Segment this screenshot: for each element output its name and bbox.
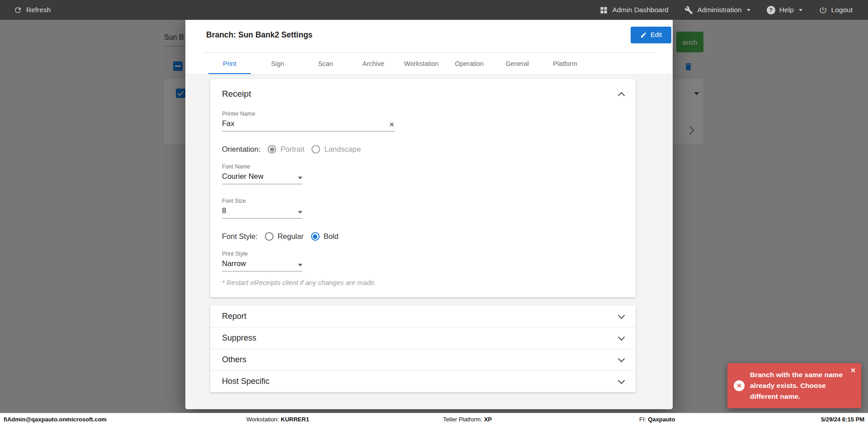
refresh-label: Refresh xyxy=(26,6,51,14)
section-report-title: Report xyxy=(222,312,246,321)
tab-workstation[interactable]: Workstation xyxy=(397,53,445,74)
dropdown-caret-icon xyxy=(298,264,302,266)
help-menu[interactable]: ? Help xyxy=(767,6,802,14)
refresh-button[interactable]: Refresh xyxy=(14,6,51,14)
admin-dashboard-button[interactable]: Admin Dashboard xyxy=(599,6,668,14)
logout-button[interactable]: Logout xyxy=(819,6,853,14)
font-style-regular-option[interactable]: Regular xyxy=(265,232,304,241)
clear-icon[interactable]: ✕ xyxy=(389,121,395,128)
toast-message: Branch with the same name already exists… xyxy=(750,369,848,402)
font-size-select[interactable]: 8 xyxy=(222,206,302,219)
teller-platform-label: Teller Platform: xyxy=(443,416,482,423)
chevron-down-icon xyxy=(618,355,625,363)
edit-button-label: Edit xyxy=(651,31,662,38)
radio-selected-icon xyxy=(268,145,276,154)
print-style-field-group: Print Style Narrow xyxy=(222,251,624,271)
error-icon: ✕ xyxy=(734,380,745,391)
fi-value: Qaxpauto xyxy=(648,416,675,423)
font-size-value: 8 xyxy=(222,206,226,215)
font-style-label: Font Style: xyxy=(222,232,258,241)
status-datetime: 5/29/24 6:15 PM xyxy=(821,416,864,423)
administration-menu[interactable]: Administration xyxy=(684,6,750,14)
radio-selected-icon xyxy=(311,232,320,241)
section-others[interactable]: Others xyxy=(210,349,636,370)
admin-dashboard-label: Admin Dashboard xyxy=(612,6,668,14)
dropdown-caret-icon xyxy=(298,177,302,179)
font-name-select[interactable]: Courier New xyxy=(222,172,302,184)
status-bar: fiAdmin@qaxpauto.onmicrosoft.com Worksta… xyxy=(0,413,868,425)
chevron-down-icon xyxy=(747,9,750,11)
tab-sign[interactable]: Sign xyxy=(254,53,302,74)
orientation-landscape-label: Landscape xyxy=(324,145,361,154)
status-teller-platform: Teller Platform:XP xyxy=(443,416,492,423)
status-fi: FI:Qaxpauto xyxy=(639,416,675,423)
font-name-label: Font Name xyxy=(222,163,624,170)
workstation-label: Workstation: xyxy=(246,416,279,423)
chevron-up-icon xyxy=(618,92,625,99)
radio-unselected-icon xyxy=(311,145,320,154)
pencil-icon xyxy=(640,32,647,38)
settings-tabs: Print Sign Scan Archive Workstation Oper… xyxy=(185,53,673,75)
chevron-down-icon xyxy=(618,334,625,341)
error-toast: ✕ Branch with the same name already exis… xyxy=(727,363,861,408)
chevron-down-icon xyxy=(618,377,625,384)
edit-button[interactable]: Edit xyxy=(631,27,671,43)
refresh-icon xyxy=(14,6,22,14)
help-icon: ? xyxy=(767,6,775,14)
dropdown-caret-icon xyxy=(298,211,302,214)
orientation-landscape-option: Landscape xyxy=(311,145,361,154)
branch-settings-modal: Branch: Sun Bank2 Settings Edit Print Si… xyxy=(185,17,673,409)
workstation-value: KURRER1 xyxy=(281,416,309,423)
help-label: Help xyxy=(779,6,794,14)
receipt-panel: Receipt Printer Name Fax ✕ Orientation: xyxy=(210,79,636,297)
section-suppress[interactable]: Suppress xyxy=(210,327,636,349)
screen: Refresh Admin Dashboard Administration ? xyxy=(0,0,868,425)
fi-label: FI: xyxy=(639,416,646,423)
status-user: fiAdmin@qaxpauto.onmicrosoft.com xyxy=(4,416,107,423)
topbar-left: Refresh xyxy=(14,6,51,14)
section-host-specific[interactable]: Host Specific xyxy=(210,370,636,392)
tab-archive[interactable]: Archive xyxy=(349,53,397,74)
section-others-title: Others xyxy=(222,355,246,364)
tab-print[interactable]: Print xyxy=(206,53,254,74)
receipt-panel-title: Receipt xyxy=(222,89,251,99)
tab-platform[interactable]: Platform xyxy=(541,53,589,74)
close-icon[interactable]: ✕ xyxy=(850,367,856,374)
radio-unselected-icon xyxy=(265,232,274,241)
modal-header: Branch: Sun Bank2 Settings Edit xyxy=(185,17,673,53)
receipt-panel-header[interactable]: Receipt xyxy=(210,79,636,104)
section-suppress-title: Suppress xyxy=(222,333,256,343)
orientation-radio-group: Orientation: Portrait Landscape xyxy=(222,145,624,154)
font-style-regular-label: Regular xyxy=(278,232,304,241)
tab-operation[interactable]: Operation xyxy=(445,53,493,74)
logout-label: Logout xyxy=(831,6,853,14)
print-style-select[interactable]: Narrow xyxy=(222,259,302,271)
font-name-value: Courier New xyxy=(222,172,264,181)
top-bar: Refresh Admin Dashboard Administration ? xyxy=(0,0,868,20)
print-style-label: Print Style xyxy=(222,251,624,257)
printer-name-input[interactable]: Fax ✕ xyxy=(222,119,395,131)
receipt-panel-body: Printer Name Fax ✕ Orientation: Portrait xyxy=(210,104,636,297)
font-name-field-group: Font Name Courier New xyxy=(222,163,624,184)
orientation-portrait-label: Portrait xyxy=(280,145,304,154)
section-report[interactable]: Report xyxy=(210,305,636,327)
font-size-field-group: Font Size 8 xyxy=(222,198,624,219)
teller-platform-value: XP xyxy=(484,416,492,423)
orientation-label: Orientation: xyxy=(222,145,260,154)
orientation-portrait-option: Portrait xyxy=(268,145,304,154)
administration-label: Administration xyxy=(697,6,741,14)
topbar-right: Admin Dashboard Administration ? Help Lo… xyxy=(599,6,853,14)
chevron-down-icon xyxy=(799,9,802,11)
power-icon xyxy=(819,6,827,14)
font-size-label: Font Size xyxy=(222,198,624,204)
tab-scan[interactable]: Scan xyxy=(302,53,349,74)
chevron-down-icon xyxy=(618,312,625,319)
printer-name-label: Printer Name xyxy=(222,111,624,117)
modal-body: Receipt Printer Name Fax ✕ Orientation: xyxy=(185,75,673,409)
font-style-bold-option[interactable]: Bold xyxy=(311,232,339,241)
print-style-value: Narrow xyxy=(222,259,246,268)
modal-title: Branch: Sun Bank2 Settings xyxy=(206,30,312,40)
tab-general[interactable]: General xyxy=(493,53,541,74)
dashboard-grid-icon xyxy=(599,6,608,14)
section-host-specific-title: Host Specific xyxy=(222,377,269,386)
